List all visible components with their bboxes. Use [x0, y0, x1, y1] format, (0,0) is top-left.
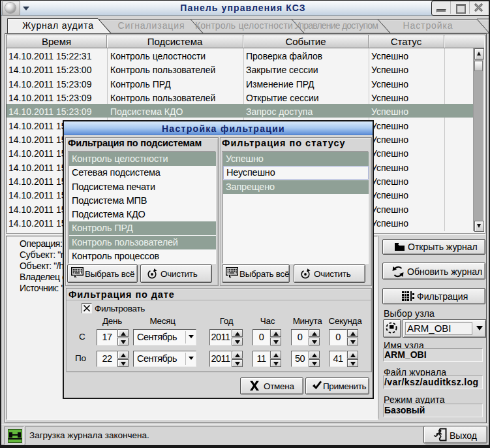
- svg-text:Сигнализация: Сигнализация: [118, 20, 185, 31]
- svg-text:Контроль целостности: Контроль целостности: [195, 20, 293, 31]
- svg-text:Настройка: Настройка: [403, 20, 453, 31]
- svg-text:Управление доступом: Управление доступом: [294, 20, 378, 31]
- svg-text:Журнал аудита: Журнал аудита: [22, 20, 94, 31]
